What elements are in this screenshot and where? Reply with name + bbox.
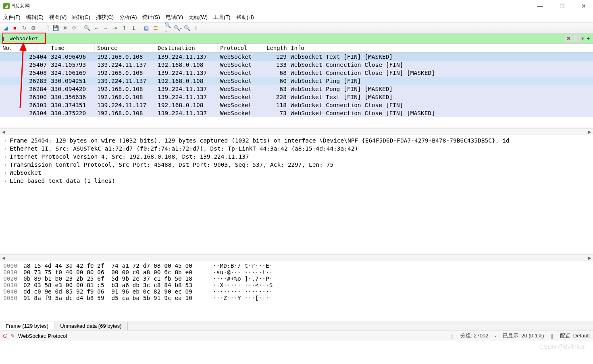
packet-row[interactable]: 26304330.375220192.168.0.108139.224.11.1… bbox=[0, 109, 593, 117]
find-icon[interactable]: 🔍 bbox=[83, 24, 91, 32]
scroll-right-icon[interactable]: ▶ bbox=[586, 254, 593, 261]
bytes-tabs: Frame (129 bytes) Unmasked data (69 byte… bbox=[0, 321, 593, 331]
scroll-left-icon[interactable]: ◀ bbox=[0, 128, 7, 135]
open-icon[interactable]: 📄 bbox=[42, 24, 50, 32]
app-icon: ◢ bbox=[3, 3, 10, 9]
detail-line[interactable]: ›Transmission Control Protocol, Src Port… bbox=[0, 161, 593, 169]
add-filter-icon[interactable]: + bbox=[585, 35, 591, 41]
reload-icon[interactable]: ⟳ bbox=[70, 24, 78, 32]
tab-unmasked[interactable]: Unmasked data (69 bytes) bbox=[54, 322, 127, 330]
goto-icon[interactable]: ⇥ bbox=[111, 24, 119, 32]
hex-row[interactable]: 003002 03 58 e3 00 00 81 c5 b3 a6 db 3c … bbox=[3, 282, 590, 288]
svg-line-1 bbox=[20, 43, 23, 108]
display-filter-input[interactable] bbox=[10, 35, 565, 42]
status-displayed: 已显示: 20 (0.1%) bbox=[503, 332, 544, 339]
next-icon[interactable]: → bbox=[102, 24, 110, 32]
status-packets: 分组: 27002 bbox=[460, 332, 488, 339]
packet-row[interactable]: 25408324.106169192.168.0.108139.224.11.1… bbox=[0, 69, 593, 77]
hex-row[interactable]: 001000 73 75 f0 40 00 80 06 00 00 c0 a8 … bbox=[3, 269, 590, 275]
apply-filter-icon[interactable]: → bbox=[573, 35, 581, 41]
menu-view[interactable]: 视图(V) bbox=[49, 14, 67, 21]
packet-hscroll[interactable]: ◀ ▶ bbox=[0, 128, 593, 135]
expert-info-icon[interactable] bbox=[3, 334, 7, 338]
packet-bytes-pane[interactable]: 0000a8 15 4d 44 3a 42 f0 2f 74 a1 72 d7 … bbox=[0, 261, 593, 321]
first-icon[interactable]: ⤒ bbox=[120, 24, 128, 32]
packet-row[interactable]: 25404324.096496192.168.0.108139.224.11.1… bbox=[0, 53, 593, 61]
packet-details-pane[interactable]: ›Frame 25404: 129 bytes on wire (1032 bi… bbox=[0, 135, 593, 254]
col-info[interactable]: Info bbox=[288, 43, 593, 52]
detail-hscroll[interactable]: ◀ ▶ bbox=[0, 254, 593, 261]
menubar: 文件(F) 编辑(E) 视图(V) 跳转(G) 捕获(C) 分析(A) 统计(S… bbox=[0, 12, 593, 23]
watermark: CSDN @dvlinker bbox=[539, 343, 585, 350]
filter-bar: ▮ ✖ → ▾ + bbox=[0, 34, 593, 43]
resize-cols-icon[interactable]: ⫴ bbox=[192, 24, 200, 32]
packet-row[interactable]: 26300330.356636192.168.0.108139.224.11.1… bbox=[0, 93, 593, 101]
zoom-out-icon[interactable]: 🔍- bbox=[174, 24, 182, 32]
menu-file[interactable]: 文件(F) bbox=[3, 14, 21, 21]
menu-capture[interactable]: 捕获(C) bbox=[96, 14, 114, 21]
detail-line[interactable]: ›Frame 25404: 129 bytes on wire (1032 bi… bbox=[0, 136, 593, 145]
menu-tools[interactable]: 工具(T) bbox=[213, 14, 231, 21]
packet-row[interactable]: 26303330.374351139.224.11.137192.168.0.1… bbox=[0, 101, 593, 109]
hex-row[interactable]: 00200b 89 b1 b0 23 2b 25 6f 5d 9b 2e 37 … bbox=[3, 275, 590, 282]
colorize-icon[interactable]: ☰ bbox=[152, 24, 160, 32]
hex-row[interactable]: 005091 8a f9 5a dc d4 b8 59 d5 ca ba 5b … bbox=[3, 295, 590, 301]
col-time[interactable]: Time bbox=[48, 43, 95, 52]
scroll-left-icon[interactable]: ◀ bbox=[0, 254, 7, 261]
options-icon[interactable]: ⚙ bbox=[29, 24, 37, 32]
menu-go[interactable]: 跳转(G) bbox=[72, 14, 90, 21]
packet-row[interactable]: 25407324.105793139.224.11.137192.168.0.1… bbox=[0, 61, 593, 69]
edit-icon[interactable]: ✎ bbox=[10, 333, 15, 339]
minimize-button[interactable]: — bbox=[534, 3, 546, 9]
menu-stats[interactable]: 统计(S) bbox=[142, 14, 160, 21]
detail-line[interactable]: ›Ethernet II, Src: ASUSTekC_a1:72:d7 (f0… bbox=[0, 145, 593, 153]
prev-icon[interactable]: ← bbox=[92, 24, 100, 32]
stop-capture-icon[interactable]: ■ bbox=[11, 24, 19, 32]
hex-row[interactable]: 0000a8 15 4d 44 3a 42 f0 2f 74 a1 72 d7 … bbox=[3, 263, 590, 269]
titlebar: ◢ *以太网 — ☐ ✕ bbox=[0, 0, 593, 12]
detail-line[interactable]: ›Internet Protocol Version 4, Src: 192.1… bbox=[0, 153, 593, 161]
zoom-in-icon[interactable]: 🔍+ bbox=[164, 24, 173, 32]
close-file-icon[interactable]: ✖ bbox=[61, 24, 69, 32]
window-controls: — ☐ ✕ bbox=[534, 3, 590, 9]
clear-filter-icon[interactable]: ✖ bbox=[565, 35, 572, 41]
scroll-right-icon[interactable]: ▶ bbox=[586, 128, 593, 135]
zoom-reset-icon[interactable]: 🔍 bbox=[183, 24, 191, 32]
statusbar: ✎ WebSocket: Protocol ‖ 分组: 27002 · 已显示:… bbox=[0, 331, 593, 341]
detail-line[interactable]: ›WebSocket bbox=[0, 169, 593, 177]
last-icon[interactable]: ⤓ bbox=[129, 24, 137, 32]
status-text: WebSocket: Protocol bbox=[18, 333, 67, 339]
bookmark-icon[interactable]: ▮ bbox=[2, 35, 8, 42]
save-icon[interactable]: 💾 bbox=[52, 24, 60, 32]
status-profile: 配置: Default bbox=[560, 332, 590, 339]
packet-list-pane[interactable]: No. Time Source Destination Protocol Len… bbox=[0, 43, 593, 128]
maximize-button[interactable]: ☐ bbox=[556, 3, 568, 9]
menu-edit[interactable]: 编辑(E) bbox=[26, 14, 44, 21]
window-title: *以太网 bbox=[12, 2, 534, 10]
menu-analyze[interactable]: 分析(A) bbox=[119, 14, 137, 21]
restart-capture-icon[interactable]: ↻ bbox=[20, 24, 28, 32]
col-source[interactable]: Source bbox=[95, 43, 155, 52]
menu-help[interactable]: 帮助(H) bbox=[236, 14, 254, 21]
col-dest[interactable]: Destination bbox=[155, 43, 218, 52]
detail-line[interactable]: ›Line-based text data (1 lines) bbox=[0, 177, 593, 185]
packet-row[interactable]: 26283330.094251139.224.11.137192.168.0.1… bbox=[0, 77, 593, 85]
menu-telephony[interactable]: 电话(Y) bbox=[166, 14, 183, 21]
hex-row[interactable]: 0040dd c0 9e 0d 85 92 f9 06 91 96 eb 0c … bbox=[3, 288, 590, 295]
packet-row[interactable]: 26284330.094420192.168.0.108139.224.11.1… bbox=[0, 85, 593, 93]
filter-history-icon[interactable]: ▾ bbox=[581, 35, 584, 41]
tab-frame[interactable]: Frame (129 bytes) bbox=[0, 322, 54, 330]
close-button[interactable]: ✕ bbox=[578, 3, 590, 9]
autoscroll-icon[interactable]: ▤ bbox=[142, 24, 150, 32]
col-len[interactable]: Length bbox=[264, 43, 288, 52]
toolbar: ◢ ■ ↻ ⚙ 📄 💾 ✖ ⟳ 🔍 ← → ⇥ ⤒ ⤓ ▤ ☰ 🔍+ 🔍- 🔍 … bbox=[0, 23, 593, 34]
col-proto[interactable]: Protocol bbox=[218, 43, 264, 52]
start-capture-icon[interactable]: ◢ bbox=[2, 24, 10, 32]
packet-list-header: No. Time Source Destination Protocol Len… bbox=[0, 43, 593, 53]
menu-wireless[interactable]: 无线(W) bbox=[189, 14, 208, 21]
